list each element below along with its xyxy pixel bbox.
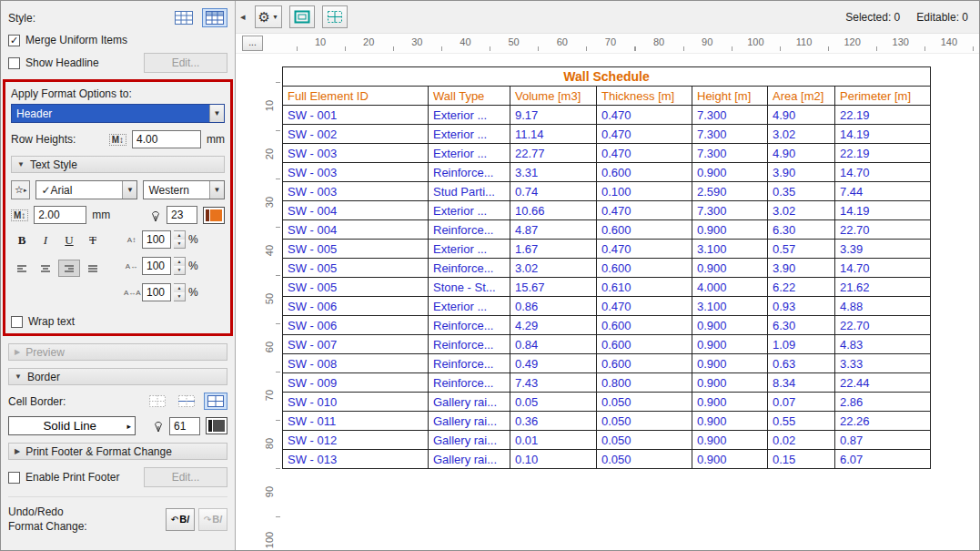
table-cell[interactable]: 3.90: [768, 163, 835, 182]
table-cell[interactable]: SW - 004: [283, 201, 429, 220]
table-cell[interactable]: SW - 006: [283, 297, 429, 316]
font-pen-input[interactable]: [167, 206, 197, 224]
table-cell[interactable]: 4.000: [692, 278, 768, 297]
table-cell[interactable]: 0.86: [510, 297, 597, 316]
table-cell[interactable]: 0.900: [692, 220, 768, 240]
table-cell[interactable]: Gallery rai...: [429, 393, 510, 412]
table-cell[interactable]: 3.100: [692, 297, 768, 316]
table-cell[interactable]: Gallery rai...: [429, 412, 510, 431]
border-section-header[interactable]: ▼ Border: [8, 368, 227, 385]
table-cell[interactable]: 0.01: [510, 431, 597, 450]
table-cell[interactable]: 0.470: [597, 106, 692, 125]
table-cell[interactable]: 0.93: [768, 297, 835, 316]
table-cell[interactable]: 7.300: [692, 201, 768, 220]
schedule-title-cell[interactable]: Wall Schedule: [283, 67, 931, 87]
merge-uniform-items-row[interactable]: ✓ Merge Uniform Items: [8, 34, 227, 46]
letter-spacing-stepper[interactable]: ▲▼: [174, 283, 186, 301]
table-cell[interactable]: 0.900: [692, 316, 768, 335]
table-cell[interactable]: 0.470: [597, 144, 692, 163]
table-cell[interactable]: SW - 005: [283, 240, 429, 259]
table-row[interactable]: SW - 003Exterior ...22.770.4707.3004.902…: [283, 144, 931, 163]
print-footer-section-header[interactable]: ▶ Print Footer & Format Change: [8, 443, 227, 460]
table-cell[interactable]: 0.57: [768, 240, 835, 259]
table-cell[interactable]: 4.90: [768, 144, 835, 163]
table-cell[interactable]: 7.44: [835, 182, 931, 201]
line-spacing-input[interactable]: [142, 230, 171, 249]
table-cell[interactable]: SW - 007: [283, 335, 429, 354]
schedule-canvas[interactable]: 102030405060708090100 Wall Schedule Full…: [236, 54, 979, 550]
table-cell[interactable]: 0.600: [597, 335, 692, 354]
table-cell[interactable]: 14.19: [835, 201, 931, 220]
table-cell[interactable]: 0.55: [768, 412, 835, 431]
ruler-options-button[interactable]: ...: [242, 36, 263, 51]
table-cell[interactable]: 0.05: [510, 393, 597, 412]
table-row[interactable]: SW - 009Reinforce...7.430.8000.9008.3422…: [283, 373, 931, 393]
table-cell[interactable]: 22.19: [835, 106, 931, 125]
table-cell[interactable]: SW - 003: [283, 182, 429, 201]
table-cell[interactable]: 4.29: [510, 316, 597, 335]
align-left-button[interactable]: [11, 260, 33, 277]
table-cell[interactable]: SW - 012: [283, 431, 429, 450]
table-cell[interactable]: SW - 009: [283, 373, 429, 393]
table-cell[interactable]: 3.31: [510, 163, 597, 182]
table-cell[interactable]: SW - 003: [283, 144, 429, 163]
table-cell[interactable]: 2.86: [835, 393, 931, 412]
favorites-button[interactable]: ☆▸: [11, 180, 30, 199]
table-cell[interactable]: 0.600: [597, 354, 692, 373]
table-cell[interactable]: Exterior ...: [429, 144, 510, 163]
table-cell[interactable]: 10.66: [510, 201, 597, 220]
table-cell[interactable]: SW - 003: [283, 163, 429, 182]
table-cell[interactable]: Exterior ...: [429, 106, 510, 125]
table-cell[interactable]: 0.470: [597, 297, 692, 316]
table-cell[interactable]: Gallery rai...: [429, 450, 510, 469]
undo-format-button[interactable]: ↶B/: [166, 508, 195, 531]
column-header[interactable]: Area [m2]: [768, 87, 835, 106]
border-pen-color-swatch[interactable]: [206, 417, 227, 434]
table-cell[interactable]: 0.84: [510, 335, 597, 354]
table-cell[interactable]: SW - 006: [283, 316, 429, 335]
border-horizontal-button[interactable]: [175, 393, 198, 410]
table-row[interactable]: SW - 002Exterior ...11.140.4707.3003.021…: [283, 125, 931, 144]
row-heights-input[interactable]: [132, 130, 201, 148]
table-cell[interactable]: 0.800: [597, 373, 692, 393]
table-cell[interactable]: 0.600: [597, 259, 692, 278]
table-cell[interactable]: 4.90: [768, 106, 835, 125]
scheme-settings-button[interactable]: ⚙ ▼: [255, 5, 282, 28]
table-cell[interactable]: SW - 010: [283, 393, 429, 412]
select-table-button[interactable]: [289, 5, 315, 28]
bold-button[interactable]: B: [11, 230, 33, 250]
table-cell[interactable]: 0.470: [597, 125, 692, 144]
table-cell[interactable]: 22.70: [835, 220, 931, 240]
border-all-button[interactable]: [204, 393, 227, 410]
edit-table-button[interactable]: [322, 5, 348, 28]
table-cell[interactable]: 1.09: [768, 335, 835, 354]
table-cell[interactable]: 22.26: [835, 412, 931, 431]
table-cell[interactable]: Stud Parti...: [429, 182, 510, 201]
table-cell[interactable]: 0.900: [692, 450, 768, 469]
table-cell[interactable]: 0.900: [692, 393, 768, 412]
table-cell[interactable]: 0.36: [510, 412, 597, 431]
width-factor-stepper[interactable]: ▲▼: [174, 257, 186, 275]
table-cell[interactable]: 0.900: [692, 412, 768, 431]
table-cell[interactable]: 0.050: [597, 393, 692, 412]
table-cell[interactable]: Exterior ...: [429, 125, 510, 144]
table-cell[interactable]: 22.19: [835, 144, 931, 163]
table-cell[interactable]: 0.610: [597, 278, 692, 297]
table-cell[interactable]: 0.600: [597, 220, 692, 240]
table-cell[interactable]: 0.900: [692, 335, 768, 354]
table-cell[interactable]: 0.900: [692, 431, 768, 450]
table-cell[interactable]: Gallery rai...: [429, 431, 510, 450]
table-cell[interactable]: Reinforce...: [429, 335, 510, 354]
enable-print-footer-checkbox[interactable]: [8, 472, 20, 484]
table-row[interactable]: SW - 005Stone - St...15.670.6104.0006.22…: [283, 278, 931, 297]
line-type-dropdown[interactable]: Solid Line ▸: [8, 416, 136, 435]
table-cell[interactable]: 3.39: [835, 240, 931, 259]
table-cell[interactable]: 0.74: [510, 182, 597, 201]
table-cell[interactable]: 7.300: [692, 106, 768, 125]
table-cell[interactable]: Reinforce...: [429, 373, 510, 393]
border-pen-input[interactable]: [169, 417, 200, 435]
table-row[interactable]: SW - 008Reinforce...0.490.6000.9000.633.…: [283, 354, 931, 373]
table-cell[interactable]: 0.470: [597, 201, 692, 220]
table-cell[interactable]: Exterior ...: [429, 201, 510, 220]
headline-edit-button[interactable]: Edit...: [144, 53, 227, 73]
